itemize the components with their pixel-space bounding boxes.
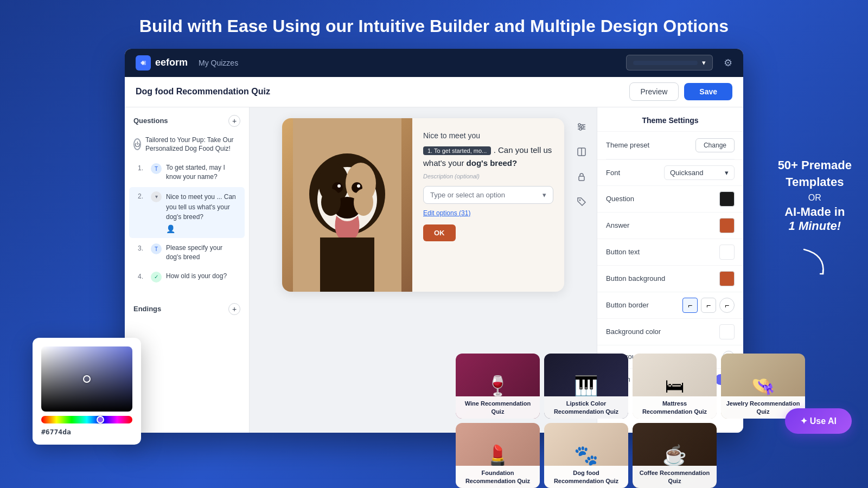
button-text-label: Button text (606, 248, 719, 256)
question-color-row: Question (597, 185, 743, 212)
svg-point-9 (579, 199, 581, 201)
template-label-wine: Wine Recommendation Quiz (456, 396, 540, 419)
promo-ai-line3: AI-Made in (778, 205, 852, 219)
power-icon: ⏻ (133, 138, 141, 150)
svg-point-22 (354, 189, 373, 216)
card-image (282, 118, 412, 292)
hue-handle (97, 416, 104, 423)
q-text-3: Please specify your dog's breed (166, 243, 236, 262)
dog-image (282, 118, 412, 292)
color-picker-overlay: #6774da (33, 338, 141, 445)
promo-or: OR (778, 193, 852, 203)
template-card-dogfood[interactable]: 🐾 Dog food Recommendation Quiz (544, 423, 628, 488)
add-question-button[interactable]: + (228, 115, 240, 127)
save-button[interactable]: Save (684, 83, 732, 100)
q-icon-check-4: ✓ (151, 272, 162, 282)
q-text-4: How old is your dog? (166, 272, 227, 281)
card-greeting: Nice to meet you (423, 131, 553, 140)
question-item-4[interactable]: 4. ✓ How old is your dog? (129, 267, 245, 287)
template-card-wine[interactable]: 🍷 Wine Recommendation Quiz (456, 354, 540, 419)
border-round-option[interactable]: ⌐ (701, 298, 716, 313)
lock-icon[interactable] (573, 168, 590, 185)
chevron-down-icon: ▾ (702, 59, 706, 67)
question-item-active[interactable]: 2. ▾ Nice to meet you ... Can you tell u… (129, 187, 245, 238)
tag-icon[interactable] (573, 193, 590, 210)
template-label-dogfood: Dog food Recommendation Quiz (544, 466, 628, 488)
font-label: Font (606, 169, 664, 177)
add-ending-button[interactable]: + (228, 303, 240, 315)
button-bg-row: Button background (597, 265, 743, 292)
intro-text: Tailored to Your Pup: Take Our Personali… (145, 136, 240, 154)
promo-line2: Templates (778, 174, 852, 191)
q-icon-text-3: T (151, 243, 162, 254)
use-ai-button[interactable]: ✦ Use AI (785, 408, 852, 434)
sliders-icon[interactable] (573, 118, 590, 136)
font-row: Font Quicksand ▾ (597, 159, 743, 185)
q-text-1: To get started, may I know your name? (166, 163, 236, 182)
border-square-option[interactable]: ⌐ (682, 298, 698, 313)
hex-input[interactable]: #6774da (41, 428, 132, 436)
button-border-label: Button border (606, 301, 682, 309)
card-description: Description (optional) (423, 173, 553, 179)
question-item-3[interactable]: 3. T Please specify your dog's breed (129, 239, 245, 266)
font-select[interactable]: Quicksand ▾ (664, 165, 735, 180)
questions-label: Questions (133, 117, 168, 125)
border-pill-option[interactable]: ⌐ (719, 298, 735, 313)
change-button[interactable]: Change (695, 138, 735, 152)
svg-point-5 (579, 128, 582, 130)
answer-color-row: Answer (597, 212, 743, 239)
nav-dropdown[interactable]: ▾ (626, 55, 713, 70)
quiz-title: Dog food Recommendation Quiz (136, 87, 629, 97)
hue-strip[interactable] (41, 416, 132, 423)
q-number-2: 2. (138, 192, 146, 200)
question-color-swatch[interactable] (719, 191, 735, 207)
nav-my-quizzes[interactable]: My Quizzes (199, 59, 238, 67)
svg-point-21 (321, 189, 341, 216)
bg-color-swatch[interactable] (719, 324, 735, 339)
logo-icon (136, 55, 151, 70)
template-card-foundation[interactable]: 💄 Foundation Recommendation Quiz (456, 423, 540, 488)
promo-line1: 50+ Premade (778, 157, 852, 174)
svg-rect-8 (579, 176, 584, 181)
logo-area: eeform (136, 55, 188, 70)
card-select[interactable]: Type or select an option ▾ (423, 186, 553, 204)
button-text-swatch[interactable] (719, 245, 735, 260)
sub-header: Dog food Recommendation Quiz Preview Sav… (125, 77, 743, 107)
promo-ai-line4: 1 Minute! (778, 219, 852, 233)
q-icon-dropdown-2: ▾ (151, 191, 162, 202)
bg-color-label: Background color (606, 328, 719, 336)
preview-button[interactable]: Preview (629, 82, 679, 101)
layout-icon[interactable] (573, 143, 590, 160)
answer-color-swatch[interactable] (719, 218, 735, 233)
answer-label: Answer (606, 221, 719, 229)
template-label-foundation: Foundation Recommendation Quiz (456, 466, 540, 488)
promo-area: 50+ Premade Templates OR AI-Made in 1 Mi… (778, 157, 852, 284)
color-gradient-picker[interactable] (41, 346, 132, 412)
questions-section-header: Questions + (125, 107, 249, 131)
quiz-card: Nice to meet you 1. To get started, mo..… (282, 118, 564, 292)
template-card-lipstick[interactable]: 🎹 Lipstick Color Recommendation Quiz (544, 354, 628, 419)
svg-point-17 (337, 184, 341, 188)
button-bg-swatch[interactable] (719, 271, 735, 286)
top-nav: eeform My Quizzes ▾ ⚙ (125, 49, 743, 77)
bg-color-row: Background color (597, 318, 743, 345)
svg-rect-23 (320, 237, 374, 292)
ok-button[interactable]: OK (423, 224, 456, 241)
template-card-mattress[interactable]: 🛏 Mattress Recommendation Quiz (633, 354, 717, 419)
card-content: Nice to meet you 1. To get started, mo..… (412, 118, 564, 292)
arrow-icon (778, 239, 852, 284)
template-label-coffee: Coffee Recommendation Quiz (633, 466, 717, 488)
q-text-2: Nice to meet you ... Can you tell us wha… (166, 193, 236, 221)
template-card-coffee[interactable]: ☕ Coffee Recommendation Quiz (633, 423, 717, 488)
gear-icon[interactable]: ⚙ (724, 57, 732, 69)
question-item[interactable]: 1. T To get started, may I know your nam… (129, 159, 245, 186)
card-highlight: 1. To get started, mo... (423, 146, 491, 155)
button-text-row: Button text (597, 239, 743, 265)
edit-options-link[interactable]: Edit options (31) (423, 209, 553, 217)
button-bg-label: Button background (606, 274, 719, 282)
button-border-row: Button border ⌐ ⌐ ⌐ (597, 292, 743, 318)
theme-preset-row: Theme preset Change (597, 132, 743, 159)
intro-item[interactable]: ⏻ Tailored to Your Pup: Take Our Persona… (125, 131, 249, 158)
font-value: Quicksand (670, 169, 703, 177)
q-sub-icon-2: 👤 (166, 224, 175, 233)
